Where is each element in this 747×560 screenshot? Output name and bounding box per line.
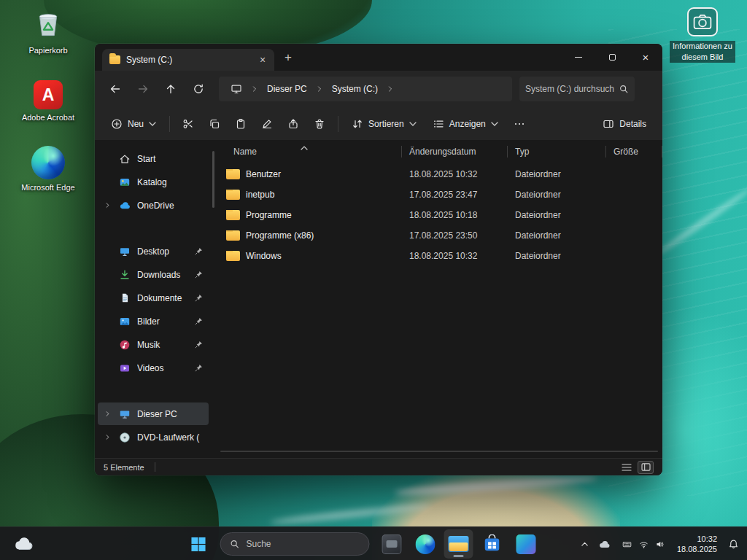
sidebar-item-katalog[interactable]: Katalog (98, 171, 209, 193)
start-button[interactable] (184, 529, 213, 559)
sidebar-item-start[interactable]: Start (98, 147, 209, 170)
sort-ascending-icon (301, 142, 308, 152)
downloads-icon (118, 268, 131, 281)
taskbar-search[interactable] (220, 532, 370, 556)
desktop-icon-microsoft-edge[interactable]: Microsoft Edge (16, 146, 80, 192)
table-row[interactable]: Benutzer 18.08.2025 10:32 Dateiordner (216, 164, 662, 184)
item-count: 5 Elemente (104, 463, 144, 472)
chevron-right-icon (385, 85, 395, 93)
sidebar-item-desktop[interactable]: Desktop (98, 240, 209, 262)
sidebar-scrollbar[interactable] (212, 151, 214, 208)
address-bar: Dieser PC System (C:) (95, 71, 662, 107)
column-header-size[interactable]: Größe (606, 142, 662, 161)
rename-icon (261, 118, 273, 130)
back-button[interactable] (102, 77, 128, 101)
sidebar-item-dvd-laufwerk[interactable]: DVD-Laufwerk ( (98, 426, 209, 448)
titlebar[interactable]: System (C:) × + × (95, 44, 662, 71)
sidebar-item-dokumente[interactable]: Dokumente (98, 287, 209, 309)
file-name: Windows (246, 251, 282, 261)
explorer-search[interactable] (519, 77, 635, 101)
music-icon (118, 338, 131, 351)
taskbar-search-input[interactable] (247, 539, 360, 549)
forward-button[interactable] (130, 77, 156, 101)
rename-button[interactable] (255, 112, 279, 136)
desktop-icon-recycle-bin[interactable]: Papierkorb (16, 7, 80, 55)
more-button[interactable] (507, 112, 532, 136)
system-tray[interactable] (616, 540, 670, 549)
breadcrumb: Dieser PC System (C:) (219, 77, 512, 101)
pinned-app-button[interactable] (511, 529, 541, 559)
breadcrumb-system-c[interactable]: System (C:) (326, 79, 384, 98)
taskbar-clock[interactable]: 10:32 18.08.2025 (671, 534, 723, 554)
cut-button[interactable] (176, 112, 201, 136)
show-hidden-icons-button[interactable] (576, 531, 593, 557)
sidebar-item-label: Bilder (137, 316, 195, 327)
table-row[interactable]: Windows 18.08.2025 10:32 Dateiordner (216, 246, 662, 266)
column-header-date[interactable]: Änderungsdatum (402, 142, 508, 161)
paste-button[interactable] (228, 112, 253, 136)
this-pc-icon[interactable] (225, 79, 248, 98)
camera-icon (687, 7, 718, 36)
new-tab-button[interactable]: + (279, 48, 298, 67)
column-header-type[interactable]: Typ (508, 142, 606, 161)
explorer-window: System (C:) × + × (95, 44, 662, 475)
notifications-button[interactable] (724, 531, 743, 557)
desktop-icon-adobe-acrobat[interactable]: A Adobe Acrobat (16, 80, 80, 122)
minimize-button[interactable] (562, 44, 595, 71)
sidebar-item-dieser-pc[interactable]: Dieser PC (98, 402, 209, 425)
desktop-icon (118, 245, 131, 258)
file-type: Dateiordner (508, 190, 606, 200)
refresh-button[interactable] (185, 77, 212, 101)
file-explorer-taskbar-button[interactable] (444, 529, 473, 559)
sidebar-item-bilder[interactable]: Bilder (98, 310, 209, 332)
horizontal-scrollbar[interactable] (220, 451, 658, 452)
image-info-button[interactable]: Informationen zu diesem Bild (670, 7, 735, 63)
sort-button[interactable]: Sortieren (344, 112, 424, 136)
chevron-right-icon[interactable] (101, 434, 114, 440)
close-button[interactable]: × (629, 44, 662, 71)
list-view-button[interactable] (619, 461, 635, 474)
view-button[interactable]: Anzeigen (425, 112, 506, 136)
sidebar-item-videos[interactable]: Videos (98, 357, 209, 379)
table-row[interactable]: Programme 18.08.2025 10:18 Dateiordner (216, 205, 662, 225)
chevron-down-icon (491, 122, 498, 126)
new-button[interactable]: Neu (104, 112, 163, 136)
column-header-name[interactable]: Name (216, 142, 402, 161)
sidebar-gap (95, 380, 216, 402)
details-pane-button[interactable]: Details (595, 112, 654, 136)
edge-taskbar-button[interactable] (411, 529, 440, 559)
sidebar-item-musik[interactable]: Musik (98, 333, 209, 356)
sidebar-item-label: Dieser PC (137, 409, 209, 419)
copy-button[interactable] (202, 112, 227, 136)
clock-date: 18.08.2025 (677, 544, 717, 554)
store-taskbar-button[interactable] (478, 529, 507, 559)
up-button[interactable] (158, 77, 184, 101)
chevron-right-icon[interactable] (101, 202, 114, 209)
sidebar-item-onedrive[interactable]: OneDrive (98, 194, 209, 217)
store-icon (483, 534, 502, 553)
onedrive-tray-button[interactable] (595, 531, 615, 557)
chevron-right-icon[interactable] (101, 411, 114, 417)
weather-cloud-icon (13, 536, 35, 552)
file-date: 17.08.2025 23:50 (402, 230, 508, 241)
tab-close-button[interactable]: × (255, 52, 270, 67)
pictures-icon (118, 315, 131, 328)
file-list: Name Änderungsdatum Typ Größe Benutzer 1… (216, 141, 662, 458)
share-button[interactable] (281, 112, 306, 136)
windows-logo-icon (190, 537, 206, 552)
breadcrumb-this-pc[interactable]: Dieser PC (261, 79, 313, 98)
widgets-button[interactable] (9, 527, 39, 560)
adobe-acrobat-icon: A (34, 80, 63, 109)
explorer-tab[interactable]: System (C:) × (102, 49, 274, 71)
folder-icon (226, 210, 240, 220)
plus-circle-icon (111, 118, 123, 130)
table-row[interactable]: inetpub 17.08.2025 23:47 Dateiordner (216, 184, 662, 205)
view-button-label: Anzeigen (449, 119, 486, 129)
explorer-search-input[interactable] (525, 84, 614, 94)
details-view-button[interactable] (638, 461, 654, 474)
task-view-button[interactable] (377, 529, 406, 559)
maximize-button[interactable] (595, 44, 629, 71)
delete-button[interactable] (307, 112, 332, 136)
sidebar-item-downloads[interactable]: Downloads (98, 263, 209, 286)
table-row[interactable]: Programme (x86) 17.08.2025 23:50 Dateior… (216, 225, 662, 246)
